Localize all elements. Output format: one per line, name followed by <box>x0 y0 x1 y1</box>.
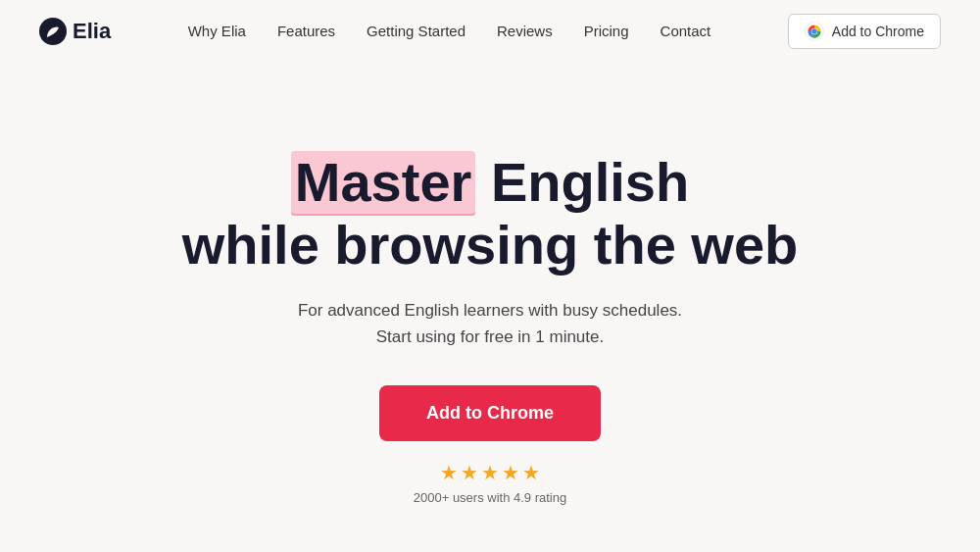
nav-link-why-elia[interactable]: Why Elia <box>188 23 246 39</box>
chrome-icon <box>805 22 824 41</box>
nav-item-pricing[interactable]: Pricing <box>584 23 629 40</box>
nav-item-reviews[interactable]: Reviews <box>497 23 553 40</box>
hero-title-highlight: Master <box>291 151 476 214</box>
star-4: ★ <box>502 461 519 484</box>
hero-title-line2: while browsing the web <box>182 214 799 276</box>
star-3: ★ <box>481 461 499 484</box>
nav-item-contact[interactable]: Contact <box>661 23 711 40</box>
svg-point-4 <box>811 28 816 33</box>
nav-link-getting-started[interactable]: Getting Started <box>367 23 466 39</box>
stars-container: ★ ★ ★ ★ ★ <box>440 461 540 484</box>
star-2: ★ <box>461 461 478 484</box>
nav-link-pricing[interactable]: Pricing <box>584 23 629 39</box>
hero-add-to-chrome-button[interactable]: Add to Chrome <box>379 385 601 441</box>
nav-item-features[interactable]: Features <box>277 23 335 40</box>
nav-link-reviews[interactable]: Reviews <box>497 23 553 39</box>
nav-link-contact[interactable]: Contact <box>661 23 711 39</box>
nav-links: Why Elia Features Getting Started Review… <box>188 23 711 40</box>
logo-icon <box>39 18 67 45</box>
hero-subtitle-line2: Start using for free in 1 minute. <box>376 327 604 346</box>
star-1: ★ <box>440 461 458 484</box>
hero-title-rest: English <box>475 151 689 213</box>
nav-item-why-elia[interactable]: Why Elia <box>188 23 246 40</box>
nav-link-features[interactable]: Features <box>277 23 335 39</box>
nav-item-getting-started[interactable]: Getting Started <box>367 23 466 40</box>
nav-add-to-chrome-button[interactable]: Add to Chrome <box>788 14 941 49</box>
hero-subtitle-line1: For advanced English learners with busy … <box>298 301 682 320</box>
hero-title: Master English while browsing the web <box>182 151 799 277</box>
hero-subtitle: For advanced English learners with busy … <box>298 297 682 350</box>
navbar: Elia Why Elia Features Getting Started R… <box>0 0 980 63</box>
star-5: ★ <box>522 461 540 484</box>
logo: Elia <box>39 18 111 45</box>
logo-text: Elia <box>73 19 111 44</box>
nav-cta-label: Add to Chrome <box>832 24 924 39</box>
rating-text: 2000+ users with 4.9 rating <box>414 490 566 505</box>
hero-cta-label: Add to Chrome <box>426 403 554 423</box>
hero-section: Master English while browsing the web Fo… <box>0 63 980 505</box>
